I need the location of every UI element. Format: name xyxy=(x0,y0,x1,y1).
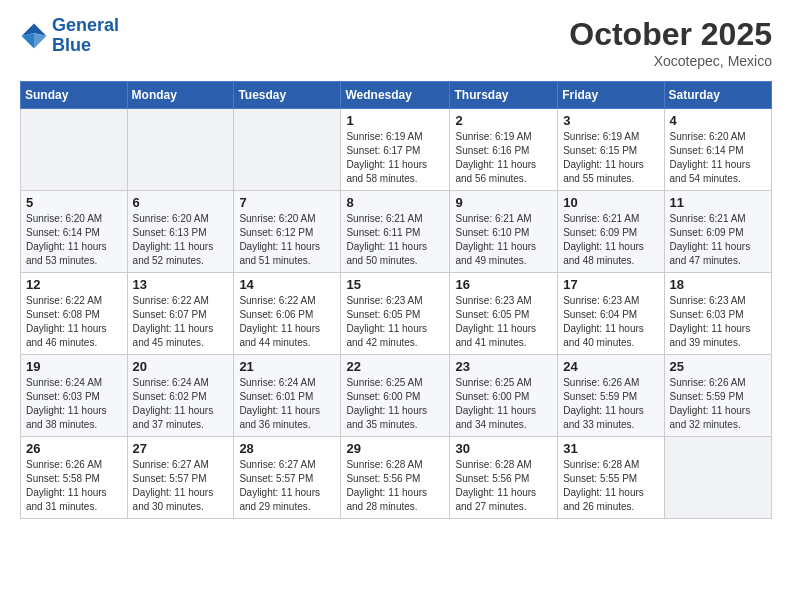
calendar: SundayMondayTuesdayWednesdayThursdayFrid… xyxy=(20,81,772,519)
day-cell: 16Sunrise: 6:23 AM Sunset: 6:05 PM Dayli… xyxy=(450,273,558,355)
day-number: 8 xyxy=(346,195,444,210)
day-number: 6 xyxy=(133,195,229,210)
day-info: Sunrise: 6:21 AM Sunset: 6:10 PM Dayligh… xyxy=(455,212,552,268)
day-info: Sunrise: 6:28 AM Sunset: 5:55 PM Dayligh… xyxy=(563,458,658,514)
day-info: Sunrise: 6:28 AM Sunset: 5:56 PM Dayligh… xyxy=(455,458,552,514)
day-number: 11 xyxy=(670,195,766,210)
weekday-header-friday: Friday xyxy=(558,82,664,109)
day-info: Sunrise: 6:21 AM Sunset: 6:09 PM Dayligh… xyxy=(563,212,658,268)
day-info: Sunrise: 6:22 AM Sunset: 6:08 PM Dayligh… xyxy=(26,294,122,350)
day-cell xyxy=(127,109,234,191)
day-info: Sunrise: 6:20 AM Sunset: 6:13 PM Dayligh… xyxy=(133,212,229,268)
weekday-header-saturday: Saturday xyxy=(664,82,771,109)
weekday-header-tuesday: Tuesday xyxy=(234,82,341,109)
day-info: Sunrise: 6:25 AM Sunset: 6:00 PM Dayligh… xyxy=(455,376,552,432)
day-cell: 19Sunrise: 6:24 AM Sunset: 6:03 PM Dayli… xyxy=(21,355,128,437)
day-number: 5 xyxy=(26,195,122,210)
day-info: Sunrise: 6:19 AM Sunset: 6:16 PM Dayligh… xyxy=(455,130,552,186)
day-cell: 10Sunrise: 6:21 AM Sunset: 6:09 PM Dayli… xyxy=(558,191,664,273)
logo-icon xyxy=(20,22,48,50)
day-info: Sunrise: 6:20 AM Sunset: 6:14 PM Dayligh… xyxy=(26,212,122,268)
day-number: 19 xyxy=(26,359,122,374)
day-number: 7 xyxy=(239,195,335,210)
day-cell: 29Sunrise: 6:28 AM Sunset: 5:56 PM Dayli… xyxy=(341,437,450,519)
week-row-1: 1Sunrise: 6:19 AM Sunset: 6:17 PM Daylig… xyxy=(21,109,772,191)
day-cell: 9Sunrise: 6:21 AM Sunset: 6:10 PM Daylig… xyxy=(450,191,558,273)
day-number: 28 xyxy=(239,441,335,456)
day-info: Sunrise: 6:20 AM Sunset: 6:14 PM Dayligh… xyxy=(670,130,766,186)
day-number: 17 xyxy=(563,277,658,292)
day-number: 29 xyxy=(346,441,444,456)
week-row-2: 5Sunrise: 6:20 AM Sunset: 6:14 PM Daylig… xyxy=(21,191,772,273)
day-number: 16 xyxy=(455,277,552,292)
day-info: Sunrise: 6:25 AM Sunset: 6:00 PM Dayligh… xyxy=(346,376,444,432)
day-number: 30 xyxy=(455,441,552,456)
page: General Blue October 2025 Xocotepec, Mex… xyxy=(0,0,792,535)
day-info: Sunrise: 6:20 AM Sunset: 6:12 PM Dayligh… xyxy=(239,212,335,268)
day-cell: 8Sunrise: 6:21 AM Sunset: 6:11 PM Daylig… xyxy=(341,191,450,273)
day-info: Sunrise: 6:27 AM Sunset: 5:57 PM Dayligh… xyxy=(133,458,229,514)
day-cell xyxy=(234,109,341,191)
day-info: Sunrise: 6:26 AM Sunset: 5:58 PM Dayligh… xyxy=(26,458,122,514)
day-info: Sunrise: 6:23 AM Sunset: 6:04 PM Dayligh… xyxy=(563,294,658,350)
day-info: Sunrise: 6:26 AM Sunset: 5:59 PM Dayligh… xyxy=(563,376,658,432)
day-number: 31 xyxy=(563,441,658,456)
day-cell: 12Sunrise: 6:22 AM Sunset: 6:08 PM Dayli… xyxy=(21,273,128,355)
location: Xocotepec, Mexico xyxy=(569,53,772,69)
day-info: Sunrise: 6:24 AM Sunset: 6:03 PM Dayligh… xyxy=(26,376,122,432)
day-info: Sunrise: 6:23 AM Sunset: 6:05 PM Dayligh… xyxy=(346,294,444,350)
day-cell: 14Sunrise: 6:22 AM Sunset: 6:06 PM Dayli… xyxy=(234,273,341,355)
day-number: 3 xyxy=(563,113,658,128)
weekday-header-sunday: Sunday xyxy=(21,82,128,109)
week-row-5: 26Sunrise: 6:26 AM Sunset: 5:58 PM Dayli… xyxy=(21,437,772,519)
day-info: Sunrise: 6:27 AM Sunset: 5:57 PM Dayligh… xyxy=(239,458,335,514)
logo: General Blue xyxy=(20,16,119,56)
day-number: 27 xyxy=(133,441,229,456)
day-info: Sunrise: 6:19 AM Sunset: 6:15 PM Dayligh… xyxy=(563,130,658,186)
day-number: 21 xyxy=(239,359,335,374)
day-cell: 25Sunrise: 6:26 AM Sunset: 5:59 PM Dayli… xyxy=(664,355,771,437)
day-number: 15 xyxy=(346,277,444,292)
logo-line1: General xyxy=(52,16,119,36)
day-number: 24 xyxy=(563,359,658,374)
day-number: 9 xyxy=(455,195,552,210)
logo-line2: Blue xyxy=(52,36,119,56)
day-info: Sunrise: 6:24 AM Sunset: 6:02 PM Dayligh… xyxy=(133,376,229,432)
day-cell: 28Sunrise: 6:27 AM Sunset: 5:57 PM Dayli… xyxy=(234,437,341,519)
day-info: Sunrise: 6:22 AM Sunset: 6:07 PM Dayligh… xyxy=(133,294,229,350)
day-cell: 5Sunrise: 6:20 AM Sunset: 6:14 PM Daylig… xyxy=(21,191,128,273)
month-title: October 2025 xyxy=(569,16,772,53)
day-number: 20 xyxy=(133,359,229,374)
day-cell: 22Sunrise: 6:25 AM Sunset: 6:00 PM Dayli… xyxy=(341,355,450,437)
day-number: 12 xyxy=(26,277,122,292)
weekday-row: SundayMondayTuesdayWednesdayThursdayFrid… xyxy=(21,82,772,109)
day-cell: 20Sunrise: 6:24 AM Sunset: 6:02 PM Dayli… xyxy=(127,355,234,437)
day-number: 26 xyxy=(26,441,122,456)
calendar-body: 1Sunrise: 6:19 AM Sunset: 6:17 PM Daylig… xyxy=(21,109,772,519)
day-cell: 6Sunrise: 6:20 AM Sunset: 6:13 PM Daylig… xyxy=(127,191,234,273)
day-cell: 17Sunrise: 6:23 AM Sunset: 6:04 PM Dayli… xyxy=(558,273,664,355)
day-cell: 26Sunrise: 6:26 AM Sunset: 5:58 PM Dayli… xyxy=(21,437,128,519)
day-info: Sunrise: 6:24 AM Sunset: 6:01 PM Dayligh… xyxy=(239,376,335,432)
day-info: Sunrise: 6:22 AM Sunset: 6:06 PM Dayligh… xyxy=(239,294,335,350)
day-cell xyxy=(664,437,771,519)
day-cell: 2Sunrise: 6:19 AM Sunset: 6:16 PM Daylig… xyxy=(450,109,558,191)
day-cell: 4Sunrise: 6:20 AM Sunset: 6:14 PM Daylig… xyxy=(664,109,771,191)
day-cell: 21Sunrise: 6:24 AM Sunset: 6:01 PM Dayli… xyxy=(234,355,341,437)
day-number: 25 xyxy=(670,359,766,374)
day-info: Sunrise: 6:19 AM Sunset: 6:17 PM Dayligh… xyxy=(346,130,444,186)
day-number: 14 xyxy=(239,277,335,292)
day-cell: 24Sunrise: 6:26 AM Sunset: 5:59 PM Dayli… xyxy=(558,355,664,437)
day-number: 4 xyxy=(670,113,766,128)
day-cell xyxy=(21,109,128,191)
day-cell: 13Sunrise: 6:22 AM Sunset: 6:07 PM Dayli… xyxy=(127,273,234,355)
weekday-header-wednesday: Wednesday xyxy=(341,82,450,109)
day-info: Sunrise: 6:23 AM Sunset: 6:05 PM Dayligh… xyxy=(455,294,552,350)
day-number: 23 xyxy=(455,359,552,374)
logo-text: General Blue xyxy=(52,16,119,56)
day-cell: 27Sunrise: 6:27 AM Sunset: 5:57 PM Dayli… xyxy=(127,437,234,519)
day-cell: 1Sunrise: 6:19 AM Sunset: 6:17 PM Daylig… xyxy=(341,109,450,191)
day-number: 1 xyxy=(346,113,444,128)
header: General Blue October 2025 Xocotepec, Mex… xyxy=(20,16,772,69)
day-number: 22 xyxy=(346,359,444,374)
